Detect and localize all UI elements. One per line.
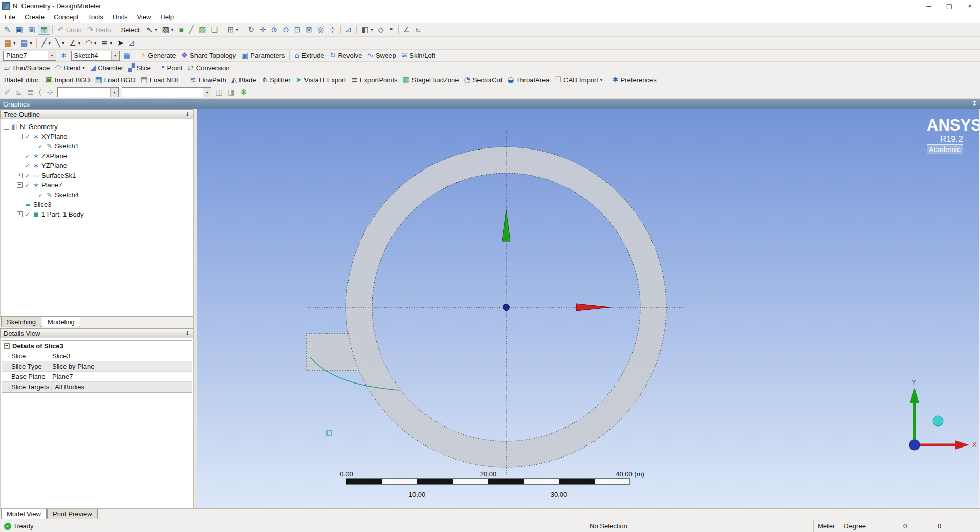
zoom-in-icon[interactable]: ⊕ bbox=[269, 25, 280, 35]
flowpath-button[interactable]: ≋FlowPath bbox=[187, 75, 229, 85]
chevron-down-icon[interactable]: ▼ bbox=[203, 88, 211, 97]
zoom-100-icon[interactable]: ⊹ bbox=[326, 25, 338, 35]
tree-item-sketch1[interactable]: ✓✎Sketch1 bbox=[1, 141, 193, 151]
edge-display-icon-4[interactable]: ◠▾ bbox=[83, 38, 99, 48]
filter-edges-icon[interactable]: ╱ bbox=[186, 25, 196, 35]
vertex-display-icon[interactable]: ➤ bbox=[115, 38, 126, 48]
model-3d-view[interactable]: 0.00 20.00 40.00 (m) 10.00 30.00 Y X bbox=[197, 109, 979, 508]
export-points-button[interactable]: ≡ExportPoints bbox=[349, 75, 400, 85]
rotate-icon[interactable]: ↻ bbox=[245, 25, 257, 35]
tree-item-slice3[interactable]: ▰Slice3 bbox=[1, 200, 193, 209]
minimize-button[interactable]: ─ bbox=[919, 0, 939, 11]
export-image-icon[interactable]: ▦ bbox=[38, 25, 50, 35]
named-selection-icon[interactable]: ❋ bbox=[238, 87, 250, 97]
collapse-icon[interactable]: − bbox=[4, 343, 10, 349]
chamfer-button[interactable]: ◢Chamfer bbox=[88, 63, 126, 73]
edge-display-icon-2[interactable]: ╲▾ bbox=[53, 38, 67, 48]
chevron-down-icon[interactable]: ▼ bbox=[111, 51, 119, 60]
chevron-down-icon[interactable]: ▼ bbox=[48, 51, 56, 60]
box-select-icon[interactable]: ▧▾ bbox=[160, 25, 176, 35]
menu-units[interactable]: Units bbox=[108, 12, 133, 23]
close-button[interactable]: × bbox=[960, 0, 980, 11]
new-plane-icon[interactable]: ∗ bbox=[58, 51, 70, 61]
tab-print-preview[interactable]: Print Preview bbox=[47, 509, 98, 519]
maximize-button[interactable]: ▢ bbox=[939, 0, 960, 11]
measure-icon[interactable]: ⊾ bbox=[412, 25, 424, 35]
zoom-out-icon[interactable]: ⊖ bbox=[280, 25, 292, 35]
display-mode-icon[interactable]: ◧▾ bbox=[359, 25, 375, 35]
details-group-header[interactable]: − Details of Slice3 bbox=[2, 341, 192, 351]
tab-sketching[interactable]: Sketching bbox=[1, 317, 41, 327]
parameters-button[interactable]: ▣Parameters bbox=[238, 51, 287, 61]
ruler-icon[interactable]: ∠ bbox=[401, 25, 412, 35]
point-button[interactable]: •Point bbox=[158, 63, 185, 73]
collapse-icon[interactable]: − bbox=[4, 124, 9, 130]
zoom-fit-icon[interactable]: ⊠ bbox=[303, 25, 315, 35]
conversion-button[interactable]: ⇄Conversion bbox=[185, 63, 232, 73]
tree-item-1-part-1-body[interactable]: +✓◼1 Part, 1 Body bbox=[1, 209, 193, 219]
sector-cut-button[interactable]: ◔SectorCut bbox=[462, 75, 505, 85]
tab-modeling[interactable]: Modeling bbox=[42, 317, 80, 327]
box-zoom-icon[interactable]: ⊡ bbox=[292, 25, 303, 35]
look-at-face-icon[interactable]: ⊿ bbox=[343, 25, 355, 35]
expand-icon[interactable]: + bbox=[17, 173, 23, 178]
cad-import-button[interactable]: ❒CAD Import▾ bbox=[552, 75, 605, 85]
expand-icon[interactable]: + bbox=[17, 211, 23, 217]
skin-loft-button[interactable]: ≋Skin/Loft bbox=[399, 51, 438, 61]
tree-item-sketch4[interactable]: ✓✎Sketch4 bbox=[1, 190, 193, 200]
new-sketch-icon[interactable]: ▦ bbox=[121, 51, 134, 61]
import-bgd-button[interactable]: ▣Import BGD bbox=[43, 75, 93, 85]
save-as-icon[interactable]: ▣ bbox=[26, 25, 38, 35]
menu-help[interactable]: Help bbox=[156, 12, 179, 23]
new-document-icon[interactable]: ✎ bbox=[2, 25, 13, 35]
vista-tf-export-button[interactable]: ➤VistaTFExport bbox=[293, 75, 349, 85]
pin-icon[interactable]: ↧ bbox=[185, 330, 190, 337]
details-row-value[interactable]: Slice by Plane bbox=[49, 361, 192, 371]
slice-button[interactable]: ▞Slice bbox=[126, 63, 154, 73]
splitter-button[interactable]: ⋔Splitter bbox=[259, 75, 293, 85]
load-ndf-button[interactable]: ▤Load NDF bbox=[138, 75, 183, 85]
extrude-button[interactable]: ⌂Extrude bbox=[292, 51, 326, 61]
tree-item-surfacesk1[interactable]: +✓▱SurfaceSk1 bbox=[1, 171, 193, 180]
pin-icon[interactable]: ↧ bbox=[972, 100, 977, 108]
graphics-viewport[interactable]: 0.00 20.00 40.00 (m) 10.00 30.00 Y X bbox=[197, 109, 980, 508]
tab-model-view[interactable]: Model View bbox=[1, 509, 47, 519]
selection-filter-combobox[interactable]: ▼ bbox=[57, 87, 119, 97]
menu-concept[interactable]: Concept bbox=[49, 12, 83, 23]
share-topology-button[interactable]: ❖Share Topology bbox=[179, 51, 239, 61]
magnifier-icon[interactable]: ◎ bbox=[315, 25, 326, 35]
menu-file[interactable]: File bbox=[0, 12, 20, 23]
menu-view[interactable]: View bbox=[132, 12, 156, 23]
menu-create[interactable]: Create bbox=[20, 12, 49, 23]
thin-surface-button[interactable]: ▱Thin/Surface bbox=[2, 63, 52, 73]
collapse-icon[interactable]: − bbox=[17, 134, 23, 139]
pin-icon[interactable]: ↧ bbox=[185, 111, 190, 118]
select-mode-icon[interactable]: ↖▾ bbox=[144, 25, 160, 35]
collapse-icon[interactable]: − bbox=[17, 182, 23, 188]
edge-display-icon-1[interactable]: ╱▾ bbox=[39, 38, 53, 48]
sweep-button[interactable]: ∿Sweep bbox=[364, 51, 398, 61]
details-row-value[interactable]: All Bodies bbox=[52, 382, 192, 392]
tree-item-zxplane[interactable]: ✓∗ZXPlane bbox=[1, 151, 193, 161]
origin-point[interactable] bbox=[503, 304, 510, 311]
generate-button[interactable]: ⚡Generate bbox=[138, 51, 179, 61]
details-row-value[interactable]: Slice3 bbox=[49, 351, 192, 361]
blade-button[interactable]: ◭Blade bbox=[229, 75, 259, 85]
edge-coloring-icon[interactable]: ▦▾ bbox=[2, 38, 18, 48]
tree-item-yzplane[interactable]: ✓∗YZPlane bbox=[1, 161, 193, 171]
triad-z-sphere[interactable] bbox=[933, 416, 943, 426]
display-vertices-icon[interactable]: • bbox=[386, 25, 396, 35]
plane-combobox[interactable]: Plane7▼ bbox=[3, 51, 56, 61]
menu-tools[interactable]: Tools bbox=[83, 12, 107, 23]
details-row-value[interactable]: Plane7 bbox=[49, 372, 192, 381]
tree-item-n-geometry[interactable]: −◧N: Geometry bbox=[1, 122, 193, 132]
sketch-combobox[interactable]: Sketch4▼ bbox=[71, 51, 120, 61]
revolve-button[interactable]: ↻Revolve bbox=[327, 51, 365, 61]
pan-icon[interactable]: ✛ bbox=[257, 25, 269, 35]
stage-fluid-zone-button[interactable]: ▥StageFluidZone bbox=[400, 75, 462, 85]
save-icon[interactable]: ▣ bbox=[13, 25, 26, 35]
preferences-button[interactable]: ✱Preferences bbox=[609, 75, 659, 85]
display-edges-icon[interactable]: ◇ bbox=[375, 25, 386, 35]
load-bgd-button[interactable]: ▦Load BGD bbox=[93, 75, 138, 85]
tree-item-plane7[interactable]: −✓∗Plane7 bbox=[1, 180, 193, 190]
